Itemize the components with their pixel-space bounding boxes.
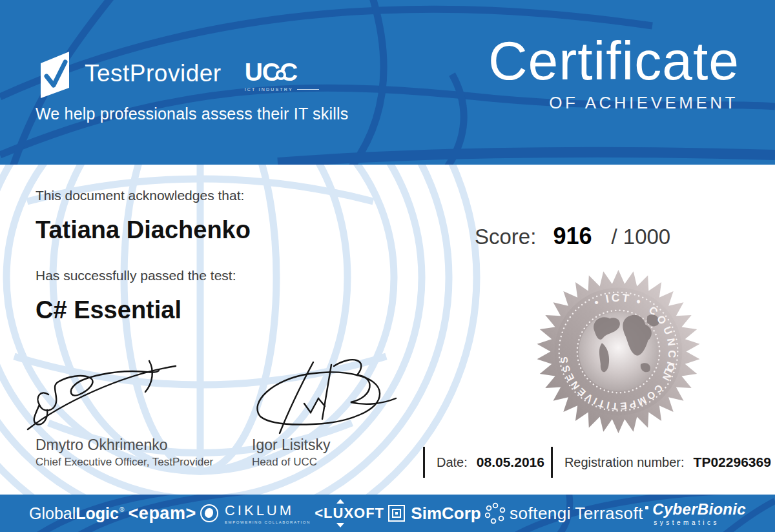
partner-logos: GlobalLogic® <epam> CIKLUM EMPOWERING CO… [0,495,775,532]
simcorp-text: SimCorp [411,504,480,524]
certificate-subtitle: OF ACHIEVEMENT [488,93,738,113]
softengi-text: softengi [510,504,571,524]
meta-row: Date: 08.05.2016 Registration number: TP… [423,446,771,478]
luxoft-logo: <LUXOFT [315,505,384,522]
luxoft-chevron-up-icon [336,499,344,504]
ciklum-text: CIKLUM [225,502,311,519]
divider-bar [423,447,425,478]
acknowledge-label: This document acknowledges that: [36,188,244,203]
score-row: Score: 916 / 1000 [475,223,670,250]
ucc-subtext: ICT INDUSTRY [245,87,293,92]
simcorp-logo: SimCorp [388,504,480,524]
title-block: Certificate OF ACHIEVEMENT [488,34,739,113]
simcorp-square-icon [388,505,405,522]
ciklum-tagline: EMPOWERING COLLABORATION [225,520,311,524]
ciklum-logo: CIKLUM EMPOWERING COLLABORATION [200,502,311,524]
luxoft-bracket: < [315,505,324,522]
header-band: TestProvider UCC ICT INDUSTRY We help pr… [0,0,775,165]
globallogic-text-bold: Logic [76,504,119,523]
epam-text: <epam> [129,504,196,524]
softengi-logo: softengi [485,502,571,524]
signer-name: Igor Lisitsky [252,436,330,454]
epam-logo: <epam> [129,504,196,524]
score-value: 916 [553,223,592,250]
terrasoft-text: Terrasoft [575,504,643,524]
date-value: 08.05.2016 [477,455,544,470]
globallogic-text: Global [29,504,76,523]
ucc-logo: UCC ICT INDUSTRY [245,61,319,91]
luxoft-text: LUXOFT [324,505,384,522]
recipient-name: Tatiana Diachenko [36,216,251,244]
cyberbionic-logo: CyberBionic systematics [652,500,746,526]
signer-title: Chief Executive Officer, TestProvider [36,456,213,469]
ucc-divider-line [297,89,319,90]
tagline: We help professionals assess their IT sk… [36,105,348,123]
terrasoft-mark-icon [645,506,648,509]
brand-name: TestProvider [85,60,222,87]
signature-lisitsky-icon [242,353,397,437]
globallogic-trademark: ® [119,506,124,513]
passed-label: Has successfully passed the test: [36,268,236,283]
ucc-dot-icon [278,72,284,77]
divider-bar [551,447,553,478]
signature-okhrimenko-icon [23,357,191,433]
luxoft-chevron-down-icon [336,523,344,527]
cyberbionic-subtext: systematics [654,519,719,526]
main-content: This document acknowledges that: Tatiana… [0,165,775,495]
seal: • ICT • COUNCIL ON COMPETITIVENESS [536,269,701,434]
softengi-molecule-icon [485,502,506,524]
registration-value: TP02296369 [694,455,771,470]
signer-title: Head of UCC [252,456,317,469]
signer-name: Dmytro Okhrimenko [36,436,167,454]
brand-row: TestProvider UCC ICT INDUSTRY [36,49,319,98]
ict-council-seal-icon: • ICT • COUNCIL ON COMPETITIVENESS [536,269,701,434]
terrasoft-logo: Terrasoft [575,504,648,524]
score-label: Score: [475,225,536,249]
footer-band: GlobalLogic® <epam> CIKLUM EMPOWERING CO… [0,495,775,532]
ciklum-brain-icon [200,504,218,522]
score-total: / 1000 [611,225,670,249]
date-label: Date: [437,455,468,470]
certificate-title: Certificate [488,34,739,88]
cyberbionic-text: CyberBionic [652,500,746,518]
testprovider-check-icon [36,49,73,98]
globallogic-logo: GlobalLogic® [29,504,124,523]
registration-label: Registration number: [564,455,685,470]
test-name: C# Essential [36,296,181,324]
certificate: TestProvider UCC ICT INDUSTRY We help pr… [0,0,775,532]
